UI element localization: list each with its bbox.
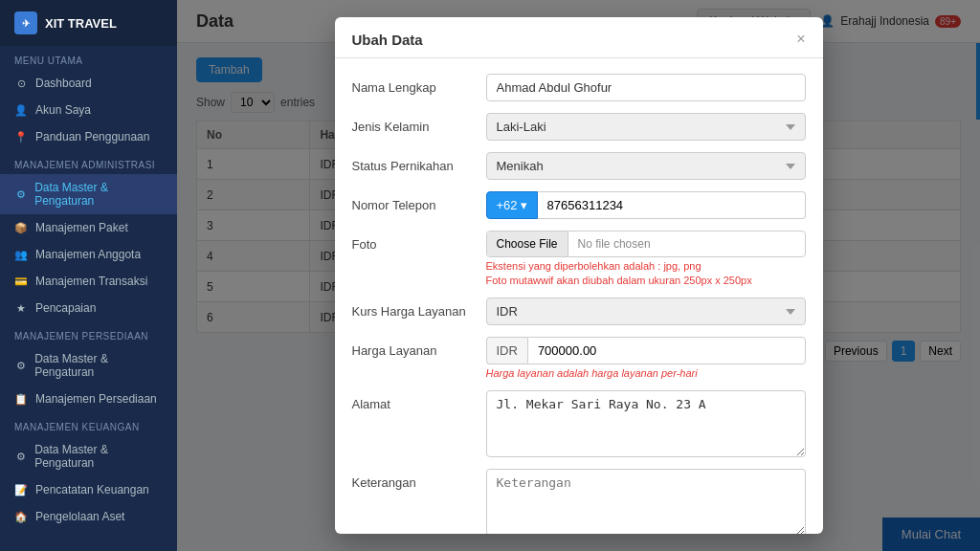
sidebar-item-label: Dashboard: [35, 77, 92, 90]
harga-help-text: Harga layanan adalah harga layanan per-h…: [486, 367, 806, 379]
sidebar-item-data-master[interactable]: ⚙ Data Master & Pengaturan: [0, 174, 177, 214]
sidebar-item-akun[interactable]: 👤 Akun Saya: [0, 97, 177, 123]
choose-file-button[interactable]: Choose File: [487, 231, 568, 256]
app-logo: ✈ XIT TRAVEL: [0, 0, 177, 46]
modal-header: Ubah Data ×: [335, 17, 823, 58]
sidebar-item-label: Manajemen Persediaan: [35, 392, 157, 406]
sidebar-item-dashboard[interactable]: ⊙ Dashboard: [0, 70, 177, 97]
achievement-icon: ★: [14, 302, 28, 315]
sidebar-item-manajemen-transaksi[interactable]: 💳 Manajemen Transaksi: [0, 268, 177, 295]
sidebar-item-manajemen-paket[interactable]: 📦 Manajemen Paket: [0, 214, 177, 241]
inventory-icon: 📋: [14, 393, 28, 406]
settings3-icon: ⚙: [14, 451, 27, 463]
asset-icon: 🏠: [14, 511, 28, 523]
foto-help1: Ekstensi yang diperbolehkan adalah : jpg…: [486, 260, 806, 272]
alamat-textarea[interactable]: [486, 390, 806, 457]
form-row-kurs: Kurs Harga Layanan IDR USD: [352, 298, 806, 325]
sidebar-item-label: Manajemen Transaksi: [35, 275, 147, 288]
kurs-select[interactable]: IDR USD: [486, 298, 806, 325]
sidebar: ✈ XIT TRAVEL MENU UTAMA ⊙ Dashboard 👤 Ak…: [0, 0, 177, 551]
sidebar-item-label: Data Master & Pengaturan: [34, 352, 163, 379]
user-icon: 👤: [14, 104, 28, 117]
status-pernikahan-select[interactable]: Menikah Belum Menikah: [486, 152, 806, 180]
form-row-foto: Foto Choose File No file chosen Ekstensi…: [352, 231, 806, 286]
transaction-icon: 💳: [14, 276, 28, 288]
logo-icon: ✈: [14, 11, 37, 34]
modal-overlay: Ubah Data × Nama Lengkap Jenis Kelamin L…: [177, 0, 980, 551]
sidebar-item-label: Data Master & Pengaturan: [34, 181, 163, 208]
kurs-label: Kurs Harga Layanan: [352, 298, 486, 319]
section-admin: MANAJEMEN ADMINISTRASI: [0, 150, 177, 174]
sidebar-item-label: Akun Saya: [35, 103, 91, 117]
sidebar-item-label: Data Master & Pengaturan: [34, 443, 163, 470]
finance-icon: 📝: [14, 484, 28, 496]
form-row-jenis-kelamin: Jenis Kelamin Laki-Laki Perempuan: [352, 113, 806, 141]
modal-close-button[interactable]: ×: [796, 31, 805, 48]
form-row-alamat: Alamat: [352, 390, 806, 457]
form-row-telepon: Nomor Telepon +62 ▾: [352, 191, 806, 219]
phone-code-button[interactable]: +62 ▾: [486, 191, 538, 219]
telepon-label: Nomor Telepon: [352, 191, 486, 212]
foto-help2: Foto mutawwif akan diubah dalam ukuran 2…: [486, 275, 806, 286]
members-icon: 👥: [14, 249, 28, 261]
nama-input[interactable]: [486, 74, 806, 101]
sidebar-item-label: Manajemen Paket: [35, 221, 128, 234]
modal-ubah-data: Ubah Data × Nama Lengkap Jenis Kelamin L…: [335, 17, 823, 534]
harga-input[interactable]: [527, 337, 806, 364]
keterangan-label: Keterangan: [352, 469, 486, 490]
sidebar-item-pencapaian[interactable]: ★ Pencapaian: [0, 295, 177, 321]
dashboard-icon: ⊙: [14, 77, 28, 90]
file-row: Choose File No file chosen Ekstensi yang…: [486, 231, 806, 286]
sidebar-item-label: Manajemen Anggota: [35, 248, 141, 261]
alamat-label: Alamat: [352, 390, 486, 411]
sidebar-item-panduan[interactable]: 📍 Panduan Penggunaan: [0, 123, 177, 150]
modal-body: Nama Lengkap Jenis Kelamin Laki-Laki Per…: [335, 58, 823, 534]
sidebar-item-label: Pencapaian: [35, 301, 96, 315]
file-name-text: No file chosen: [568, 231, 660, 256]
app-name: XIT TRAVEL: [45, 16, 117, 31]
sidebar-item-pengelolaan-aset[interactable]: 🏠 Pengelolaan Aset: [0, 503, 177, 530]
section-menu-utama: MENU UTAMA: [0, 46, 177, 70]
jenis-kelamin-label: Jenis Kelamin: [352, 113, 486, 134]
settings2-icon: ⚙: [14, 360, 27, 372]
modal-title: Ubah Data: [352, 32, 423, 48]
phone-code-text: +62: [497, 198, 518, 212]
sidebar-item-label: Panduan Penggunaan: [35, 130, 149, 143]
section-keuangan: MANAJEMEN KEUANGAN: [0, 412, 177, 436]
form-row-harga: Harga Layanan IDR Harga layanan adalah h…: [352, 337, 806, 379]
currency-label-text: IDR: [486, 337, 527, 364]
sidebar-item-label: Pencatatan Keuangan: [35, 483, 149, 496]
foto-label: Foto: [352, 231, 486, 252]
sidebar-item-manajemen-anggota[interactable]: 👥 Manajemen Anggota: [0, 241, 177, 268]
chevron-down-icon: ▾: [521, 198, 527, 212]
sidebar-item-data-master-keuangan[interactable]: ⚙ Data Master & Pengaturan: [0, 436, 177, 476]
main-content: Data Kunjungi Website 👤 Erahajj Indonesi…: [177, 0, 980, 551]
harga-container: IDR Harga layanan adalah harga layanan p…: [486, 337, 806, 379]
harga-label: Harga Layanan: [352, 337, 486, 358]
section-persediaan: MANAJEMEN PERSEDIAAN: [0, 321, 177, 345]
sidebar-item-manajemen-persediaan[interactable]: 📋 Manajemen Persediaan: [0, 386, 177, 412]
sidebar-item-label: Pengelolaan Aset: [35, 510, 124, 523]
form-row-status-pernikahan: Status Pernikahan Menikah Belum Menikah: [352, 152, 806, 180]
currency-row: IDR: [486, 337, 806, 364]
nama-label: Nama Lengkap: [352, 74, 486, 95]
sidebar-item-data-master-persediaan[interactable]: ⚙ Data Master & Pengaturan: [0, 345, 177, 386]
form-row-keterangan: Keterangan: [352, 469, 806, 534]
form-row-nama: Nama Lengkap: [352, 74, 806, 101]
guide-icon: 📍: [14, 131, 28, 143]
jenis-kelamin-select[interactable]: Laki-Laki Perempuan: [486, 113, 806, 141]
keterangan-textarea[interactable]: [486, 469, 806, 534]
file-input-wrapper: Choose File No file chosen: [486, 231, 806, 257]
package-icon: 📦: [14, 222, 28, 234]
phone-row: +62 ▾: [486, 191, 806, 219]
status-pernikahan-label: Status Pernikahan: [352, 152, 486, 173]
sidebar-item-pencatatan-keuangan[interactable]: 📝 Pencatatan Keuangan: [0, 476, 177, 503]
settings-icon: ⚙: [14, 188, 27, 201]
phone-number-input[interactable]: [538, 191, 806, 219]
